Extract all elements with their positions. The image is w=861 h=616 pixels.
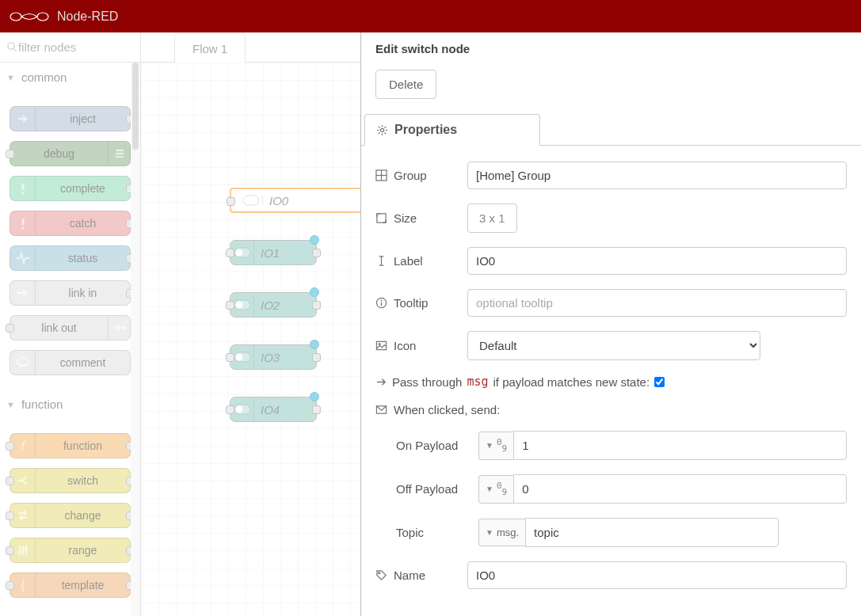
svg-point-47 xyxy=(379,344,380,345)
palette-node-range[interactable]: range xyxy=(10,538,131,563)
bang-icon xyxy=(10,177,36,200)
palette-node-change[interactable]: change xyxy=(10,503,131,528)
group-input[interactable] xyxy=(467,162,847,189)
palette-search[interactable] xyxy=(0,32,140,63)
topic-type-button[interactable]: ▼msg. xyxy=(478,519,525,546)
workspace: Flow 1 IO0IO1IO2IO3IO4 xyxy=(141,32,360,616)
palette-node-status[interactable]: status xyxy=(10,245,131,271)
input-port[interactable] xyxy=(226,249,234,257)
input-port[interactable] xyxy=(226,353,234,362)
switch-node-IO1[interactable]: IO1 xyxy=(230,240,317,265)
node-label: comment xyxy=(36,356,130,369)
off-payload-input[interactable] xyxy=(513,474,847,504)
switch-node-IO4[interactable]: IO4 xyxy=(230,397,317,422)
palette-node-link-out[interactable]: link out xyxy=(10,315,131,340)
category-function[interactable]: ▼function xyxy=(0,390,140,419)
node-label: catch xyxy=(36,217,130,230)
node-label: IO2 xyxy=(254,298,316,312)
number-type-icon: 0 9 xyxy=(497,483,507,496)
pulse-icon xyxy=(10,246,36,270)
bubble-icon xyxy=(10,351,36,375)
delete-button[interactable]: Delete xyxy=(375,70,436,99)
palette-search-input[interactable] xyxy=(18,40,134,54)
svg-line-34 xyxy=(379,126,380,127)
node-label: debug xyxy=(10,147,108,160)
resize-icon xyxy=(375,212,387,224)
svg-point-20 xyxy=(244,197,251,204)
svg-line-37 xyxy=(385,126,387,127)
properties-tab[interactable]: Properties xyxy=(364,114,540,146)
palette-node-catch[interactable]: catch xyxy=(10,211,131,236)
svg-point-22 xyxy=(235,249,242,257)
svg-line-35 xyxy=(385,132,387,134)
off-payload-type-button[interactable]: ▼0 9 xyxy=(478,475,513,504)
name-label: Name xyxy=(394,568,425,582)
toggle-icon xyxy=(239,196,263,205)
switch-node-IO3[interactable]: IO3 xyxy=(230,344,317,370)
caret-down-icon: ▼ xyxy=(486,528,493,537)
passthrough-checkbox[interactable] xyxy=(654,377,665,387)
output-port[interactable] xyxy=(312,405,321,414)
input-port[interactable] xyxy=(226,405,234,414)
palette-node-switch[interactable]: switch xyxy=(10,468,131,493)
on-payload-type-button[interactable]: ▼0 9 xyxy=(478,432,513,460)
size-button[interactable]: 3 x 1 xyxy=(467,203,517,233)
icon-select[interactable]: Default xyxy=(467,331,760,360)
bang-icon xyxy=(10,211,36,235)
grid-icon xyxy=(375,169,387,181)
input-port[interactable] xyxy=(226,301,234,310)
node-editor-panel: Edit switch node Delete Properties Group… xyxy=(360,32,861,616)
info-icon xyxy=(375,297,387,309)
node-label: range xyxy=(36,544,130,557)
category-common[interactable]: ▼common xyxy=(0,63,140,92)
app-title: Node-RED xyxy=(57,10,118,24)
palette-node-inject[interactable]: inject xyxy=(10,106,131,131)
link-l-icon xyxy=(108,316,130,340)
palette-node-link-in[interactable]: link in xyxy=(10,280,131,306)
palette-node-comment[interactable]: comment xyxy=(10,350,131,375)
category-label: function xyxy=(21,397,63,411)
label-label: Label xyxy=(394,254,423,268)
bars-icon xyxy=(108,142,130,165)
palette-node-debug[interactable]: debug xyxy=(10,141,131,166)
flow-tab[interactable]: Flow 1 xyxy=(174,33,246,63)
node-port xyxy=(6,546,14,555)
palette-node-complete[interactable]: complete xyxy=(10,176,131,201)
svg-point-24 xyxy=(235,302,242,309)
input-port[interactable] xyxy=(227,197,235,206)
svg-point-29 xyxy=(380,128,383,131)
output-port[interactable] xyxy=(312,249,321,257)
svg-point-10 xyxy=(21,226,24,229)
svg-text:{: { xyxy=(21,578,25,591)
palette-scrollbar-thumb[interactable] xyxy=(132,63,139,150)
workspace-tabs: Flow 1 xyxy=(141,32,360,63)
node-label: template xyxy=(36,579,130,591)
palette-node-template[interactable]: {template xyxy=(10,572,131,598)
tooltip-input[interactable] xyxy=(467,289,847,317)
node-label: switch xyxy=(36,474,130,487)
node-label: function xyxy=(36,439,130,452)
node-port xyxy=(6,324,14,333)
on-payload-input[interactable] xyxy=(513,431,847,460)
output-port[interactable] xyxy=(312,353,321,362)
chevron-down-icon: ▼ xyxy=(6,400,15,409)
node-label: change xyxy=(36,509,130,522)
node-port xyxy=(6,477,14,485)
off-payload-label: Off Payload xyxy=(396,482,458,496)
topic-input[interactable] xyxy=(525,518,779,547)
switch-node-IO2[interactable]: IO2 xyxy=(230,292,317,318)
palette-node-function[interactable]: ffunction xyxy=(10,433,131,458)
output-port[interactable] xyxy=(312,301,321,310)
svg-point-13 xyxy=(17,358,29,366)
node-palette: ▼commoninjectdebugcompletecatchstatuslin… xyxy=(0,32,141,616)
svg-rect-41 xyxy=(377,214,386,222)
svg-point-2 xyxy=(8,43,14,49)
label-input[interactable] xyxy=(467,247,847,275)
editor-title: Edit switch node xyxy=(361,32,861,65)
node-label: inject xyxy=(36,112,130,125)
flow-canvas[interactable]: IO0IO1IO2IO3IO4 xyxy=(141,63,360,616)
name-input[interactable] xyxy=(467,561,847,589)
tag-icon xyxy=(375,569,387,581)
changed-indicator xyxy=(310,235,319,245)
svg-point-8 xyxy=(21,192,24,194)
